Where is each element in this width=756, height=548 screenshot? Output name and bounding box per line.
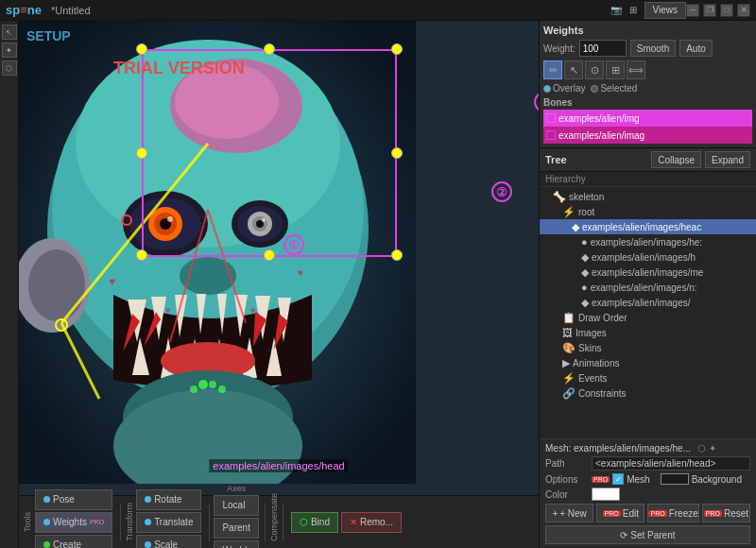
overlay-radio[interactable] bbox=[543, 85, 551, 93]
tree-content: 🦴 skeleton ⚡ root ◆ examples/alien/image… bbox=[540, 187, 756, 438]
weights-button[interactable]: Weights PRO bbox=[35, 512, 112, 533]
tree-item-sub2[interactable]: ◆ examples/alien/images/h bbox=[540, 249, 756, 265]
mirror-icon[interactable]: ⟺ bbox=[627, 60, 645, 79]
head-icon: ◆ bbox=[572, 221, 579, 233]
tree-item-images[interactable]: 🖼 Images bbox=[540, 325, 756, 340]
control-point-ml[interactable] bbox=[136, 147, 147, 159]
weights-panel: Weights Weight: Smooth Auto ✏ ↖ ⊙ ⊞ ⟺ Ov… bbox=[540, 21, 756, 148]
control-point-bl[interactable] bbox=[136, 249, 147, 261]
circle-3: ③ bbox=[534, 92, 539, 112]
tree-item-constraints[interactable]: 🔗 Constraints bbox=[540, 385, 756, 401]
tool-arrow[interactable]: ↖ bbox=[2, 25, 17, 40]
translate-button[interactable]: Translate bbox=[136, 512, 201, 533]
new-button[interactable]: + + New bbox=[545, 504, 593, 522]
restore-button[interactable]: ❐ bbox=[703, 4, 716, 17]
maximize-button[interactable]: □ bbox=[720, 4, 733, 17]
world-button[interactable]: World bbox=[214, 540, 258, 549]
weight-label: Weight: bbox=[543, 43, 576, 54]
draw-order-icon: 📋 bbox=[562, 312, 576, 324]
control-point-bm[interactable] bbox=[264, 249, 275, 261]
weight-row: Weight: Smooth Auto bbox=[543, 40, 752, 57]
close-button[interactable]: ✕ bbox=[737, 4, 750, 17]
bone-item-1[interactable]: examples/alien/img bbox=[543, 110, 752, 127]
properties-panel: Mesh: examples/alien/images/he... ⬡ ✦ Pa… bbox=[540, 438, 756, 548]
weights-title: Weights bbox=[543, 25, 752, 36]
path-value[interactable]: <examples/alien/alien/head> bbox=[592, 456, 750, 471]
edit-button[interactable]: PRO Edit bbox=[596, 504, 644, 522]
tree-item-skins[interactable]: 🎨 Skins bbox=[540, 340, 756, 355]
parent-button[interactable]: Parent bbox=[214, 518, 258, 539]
freeze-button[interactable]: PRO Freeze bbox=[647, 504, 698, 522]
set-parent-button[interactable]: ⟳ Set Parent bbox=[545, 525, 750, 544]
tree-item-sub5[interactable]: ◆ examples/alien/images/ bbox=[540, 295, 756, 310]
root-icon: ⚡ bbox=[562, 206, 576, 218]
tree-header: Tree Collapse Expand bbox=[540, 148, 756, 172]
tree-item-events[interactable]: ⚡ Events bbox=[540, 370, 756, 385]
tree-item-sub1[interactable]: ● examples/alien/images/he: bbox=[540, 234, 756, 249]
control-point-tm[interactable] bbox=[264, 43, 275, 55]
pose-button[interactable]: Pose bbox=[35, 489, 112, 510]
region-icon[interactable]: ⊞ bbox=[606, 60, 625, 79]
scale-button[interactable]: Scale bbox=[136, 535, 201, 549]
paint-icon[interactable]: ✏ bbox=[543, 60, 562, 79]
svg-point-38 bbox=[218, 385, 226, 393]
tree-title: Tree bbox=[545, 154, 567, 165]
select-icon[interactable]: ↖ bbox=[564, 60, 583, 79]
tree-item-animations[interactable]: ▶ Animations bbox=[540, 355, 756, 370]
tree-item-skeleton[interactable]: 🦴 skeleton bbox=[540, 189, 756, 204]
path-label: Path bbox=[545, 458, 588, 469]
grid-icon[interactable]: ⊞ bbox=[629, 5, 637, 15]
compensate-label: Compensate bbox=[269, 504, 279, 541]
smooth-button[interactable]: Smooth bbox=[630, 40, 676, 57]
selected-radio[interactable] bbox=[591, 85, 598, 93]
control-point-mr[interactable] bbox=[391, 147, 403, 159]
control-point-tl[interactable] bbox=[136, 43, 147, 55]
lasso-icon[interactable]: ⊙ bbox=[585, 60, 604, 79]
sub2-icon: ◆ bbox=[581, 251, 589, 264]
create-button[interactable]: Create bbox=[35, 535, 112, 549]
collapse-button[interactable]: Collapse bbox=[651, 151, 701, 168]
pose-icon bbox=[43, 496, 50, 503]
origin-circle[interactable] bbox=[55, 318, 68, 332]
tree-item-sub3[interactable]: ◆ examples/alien/images/me bbox=[540, 265, 756, 280]
tree-item-draw-order[interactable]: 📋 Draw Order bbox=[540, 310, 756, 325]
bind-button[interactable]: ⬡ Bind bbox=[291, 512, 338, 533]
rotate-icon bbox=[145, 496, 151, 503]
tree-item-sub4[interactable]: ● examples/alien/images/n: bbox=[540, 280, 756, 295]
weights-icon bbox=[43, 519, 50, 525]
bind-icon: ⬡ bbox=[300, 517, 308, 527]
screenshot-icon[interactable]: 📷 bbox=[610, 5, 622, 15]
sub3-icon: ◆ bbox=[581, 266, 589, 279]
remove-button[interactable]: ✕ Remo... bbox=[341, 512, 402, 533]
background-swatch[interactable] bbox=[661, 473, 689, 485]
pivot-point[interactable] bbox=[121, 214, 132, 226]
tree-item-head[interactable]: ◆ examples/alien/images/heac bbox=[540, 219, 756, 234]
weight-input[interactable] bbox=[579, 40, 627, 57]
rotate-button[interactable]: Rotate bbox=[136, 489, 201, 510]
auto-button[interactable]: Auto bbox=[679, 40, 713, 57]
tree-item-root[interactable]: ⚡ root bbox=[540, 204, 756, 219]
options-row: Options PRO ✓ Mesh Background bbox=[545, 473, 750, 485]
color-row: Color bbox=[545, 488, 750, 501]
color-swatch[interactable] bbox=[592, 488, 620, 501]
control-point-tr[interactable] bbox=[391, 43, 403, 55]
overlay-option[interactable]: Overlay bbox=[543, 83, 585, 94]
svg-point-37 bbox=[209, 381, 216, 388]
local-button[interactable]: Local bbox=[214, 495, 258, 516]
divider-3 bbox=[265, 504, 266, 541]
bone-item-2[interactable]: examples/alien/imag bbox=[543, 127, 752, 144]
views-button[interactable]: Views bbox=[644, 2, 687, 19]
viewport[interactable]: ♥ ♥ ♥ ♥ ① bbox=[19, 21, 539, 548]
tool-bone[interactable]: ✦ bbox=[2, 43, 17, 58]
bottom-toolbar: Tools Pose Weights PRO Create Transform bbox=[19, 495, 539, 548]
mesh-checkbox[interactable]: ✓ bbox=[612, 473, 624, 485]
trial-version-label: TRIAL VERSION bbox=[113, 59, 245, 78]
control-point-br[interactable] bbox=[391, 249, 403, 261]
selected-option[interactable]: Selected bbox=[591, 83, 637, 94]
tool-mesh[interactable]: ⬡ bbox=[2, 60, 17, 76]
mesh-name-label: examples/alien/images/head bbox=[209, 459, 348, 472]
expand-button[interactable]: Expand bbox=[705, 151, 750, 168]
background-label: Background bbox=[692, 474, 742, 485]
reset-button[interactable]: PRO Reset bbox=[702, 504, 750, 522]
minimize-button[interactable]: ─ bbox=[686, 4, 699, 17]
